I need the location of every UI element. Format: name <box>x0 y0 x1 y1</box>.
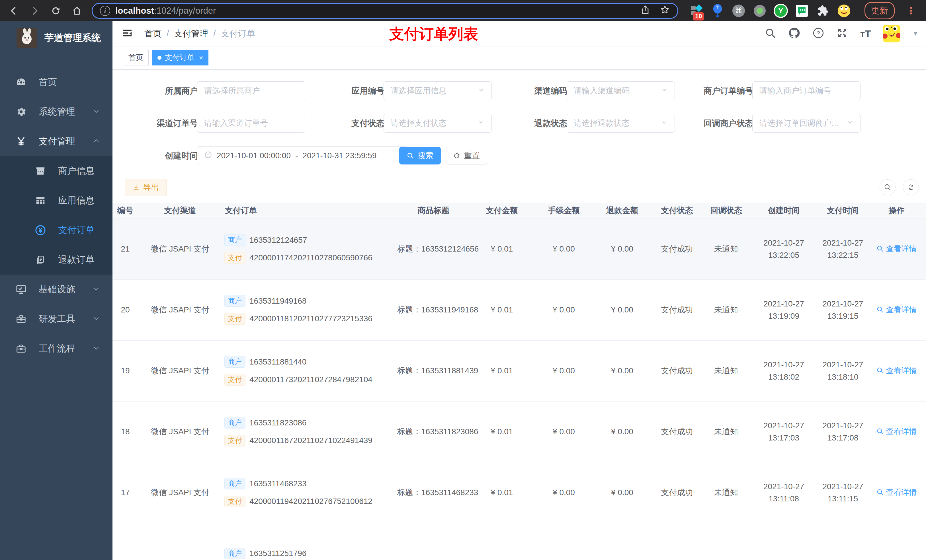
sidebar-item-dev-tools[interactable]: 研发工具 <box>0 304 112 334</box>
channel-pay-number: 4200001173202110272847982104 <box>250 375 372 384</box>
font-size-icon[interactable]: ᴛT <box>860 28 871 39</box>
pay-time-cell <box>819 523 867 560</box>
help-icon[interactable]: ? <box>813 27 825 40</box>
bookmark-star-icon[interactable] <box>660 5 670 17</box>
toolbox-icon <box>15 343 27 354</box>
browser-update-button[interactable]: 更新 <box>864 2 895 20</box>
actions-cell <box>867 523 926 560</box>
merchant-tag: 商户 <box>224 478 245 489</box>
document-icon <box>34 255 47 265</box>
merchant-order-no-input[interactable]: 请输入商户订单编号 <box>752 82 861 100</box>
app-id-select[interactable]: 请选择应用信息 <box>384 82 492 100</box>
view-detail-link[interactable]: 查看详情 <box>876 365 917 376</box>
filter-label-pay-status: 支付状态 <box>310 114 384 133</box>
order-id-cell: 18 <box>112 401 138 462</box>
refund-amount-cell <box>594 523 651 560</box>
view-detail-link[interactable]: 查看详情 <box>876 426 917 436</box>
sidebar-item-pay-order[interactable]: 支付订单 <box>0 216 112 245</box>
extensions-row: 10 ⌘ Y <box>689 3 851 18</box>
refresh-table-button[interactable] <box>903 179 919 195</box>
chevron-down-icon <box>661 86 668 95</box>
avatar-caret-icon[interactable]: ▼ <box>912 30 918 37</box>
sidebar-item-app-info[interactable]: 应用信息 <box>0 186 112 216</box>
product-title-cell: 标题：1635311949168 <box>397 279 470 340</box>
breadcrumb-pay-management[interactable]: 支付管理 <box>174 28 208 39</box>
channel-order-no-input[interactable]: 请输入渠道订单号 <box>197 114 305 133</box>
view-detail-link[interactable]: 查看详情 <box>876 244 917 254</box>
chevron-down-icon <box>847 119 853 128</box>
extensions-puzzle-icon[interactable] <box>816 3 830 18</box>
actions-cell: 查看详情 <box>867 401 926 462</box>
order-id-cell <box>112 523 138 560</box>
refund-amount-cell: ¥ 0.00 <box>594 279 651 340</box>
col-pay-amount: 支付金额 <box>470 202 534 219</box>
reset-button[interactable]: 重置 <box>446 147 487 165</box>
extension-diamond-icon[interactable]: 10 <box>689 3 704 18</box>
extension-balloon-icon[interactable] <box>710 3 725 18</box>
browser-back-icon[interactable] <box>8 5 20 17</box>
view-detail-link[interactable]: 查看详情 <box>876 305 917 315</box>
extension-badge: 10 <box>693 12 704 20</box>
callback-status-select[interactable]: 请选择订单回调商户状态 <box>752 114 861 133</box>
actions-cell: 查看详情 <box>867 279 926 340</box>
sidebar-item-infrastructure[interactable]: 基础设施 <box>0 275 112 304</box>
order-id-cell: 20 <box>112 279 138 340</box>
create-time-range-input[interactable]: 2021-10-01 00:00:00 - 2021-10-31 23:59:5… <box>197 146 409 165</box>
app-logo-rabbit-image <box>17 27 37 48</box>
actions-cell: 查看详情 <box>867 462 926 523</box>
site-info-icon[interactable]: i <box>100 6 110 16</box>
filter-label-channel-code: 渠道编码 <box>493 82 567 100</box>
close-tab-icon[interactable]: × <box>199 54 203 62</box>
fee-amount-cell: ¥ 0.00 <box>534 401 594 462</box>
sidebar-item-workflow[interactable]: 工作流程 <box>0 334 112 363</box>
col-actions: 操作 <box>867 202 926 219</box>
owner-merchant-input[interactable]: 请选择所属商户 <box>197 82 305 100</box>
user-avatar[interactable] <box>883 25 900 42</box>
extension-record-icon[interactable] <box>752 3 767 18</box>
sidebar-collapse-icon[interactable] <box>122 27 133 40</box>
extension-emoji-icon[interactable] <box>837 3 851 18</box>
sidebar-item-home[interactable]: 首页 <box>0 68 112 97</box>
pay-status-select[interactable]: 请选择支付状态 <box>384 114 492 133</box>
channel-code-select[interactable]: 请输入渠道编码 <box>567 82 675 100</box>
github-icon[interactable] <box>788 27 800 41</box>
breadcrumb-home[interactable]: 首页 <box>144 28 162 39</box>
refund-amount-cell: ¥ 0.00 <box>594 340 651 401</box>
browser-forward-icon[interactable] <box>29 5 41 17</box>
app-title: 芋道管理系统 <box>44 32 101 44</box>
view-detail-link[interactable]: 查看详情 <box>876 487 917 497</box>
export-button[interactable]: 导出 <box>125 179 167 196</box>
toggle-search-button[interactable] <box>879 179 896 195</box>
tab-pay-order[interactable]: 支付订单 × <box>152 50 209 65</box>
pay-channel-cell: 微信 JSAPI 支付 <box>138 219 222 279</box>
sidebar-item-system[interactable]: 系统管理 <box>0 97 112 127</box>
merchant-order-number: 1635311251796 <box>250 549 306 558</box>
address-bar[interactable]: i localhost:1024/pay/order <box>92 3 678 19</box>
refund-status-select[interactable]: 请选择退款状态 <box>567 114 675 133</box>
search-button[interactable]: 搜索 <box>399 147 441 165</box>
sidebar-item-refund-order[interactable]: 退款订单 <box>0 245 112 275</box>
extension-chat-icon[interactable] <box>794 3 809 18</box>
date-start: 2021-10-01 00:00:00 <box>217 151 291 160</box>
share-icon[interactable] <box>640 5 650 17</box>
filter-label-owner-merchant: 所属商户 <box>124 82 198 100</box>
date-end: 2021-10-31 23:59:59 <box>303 151 377 160</box>
sidebar-item-label: 首页 <box>39 76 57 89</box>
browser-menu-icon[interactable]: ⋮ <box>906 8 916 14</box>
fullscreen-icon[interactable] <box>836 27 848 40</box>
table-row: 20微信 JSAPI 支付商户1635311949168支付4200001181… <box>112 279 926 340</box>
browser-reload-icon[interactable] <box>50 5 62 17</box>
pay-amount-cell: ¥ 0.01 <box>470 340 534 401</box>
sidebar: 芋道管理系统 首页 系统管理 支付管理 <box>0 21 112 560</box>
table-row: 18微信 JSAPI 支付商户1635311823086支付4200001167… <box>112 401 926 462</box>
tab-home[interactable]: 首页 <box>123 50 149 65</box>
col-refund-amount: 退款金额 <box>594 202 651 219</box>
browser-home-icon[interactable] <box>71 5 83 17</box>
order-table: 编号 支付渠道 支付订单 商品标题 支付金额 手续金额 退款金额 支付状态 回调… <box>112 202 926 560</box>
header-search-icon[interactable] <box>764 27 776 40</box>
sidebar-item-merchant-info[interactable]: 商户信息 <box>0 156 112 186</box>
extension-command-icon[interactable]: ⌘ <box>731 3 746 18</box>
extension-y-icon[interactable]: Y <box>773 3 788 18</box>
sidebar-item-payment[interactable]: 支付管理 <box>0 127 112 156</box>
app-logo-row[interactable]: 芋道管理系统 <box>0 21 112 54</box>
